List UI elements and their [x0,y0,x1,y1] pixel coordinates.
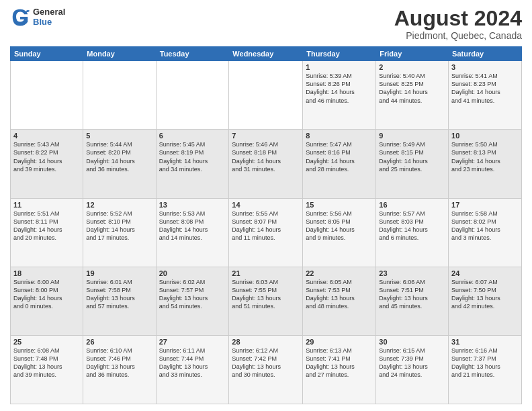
day-cell: 25Sunrise: 6:08 AM Sunset: 7:48 PM Dayli… [11,335,83,404]
day-info: Sunrise: 6:00 AM Sunset: 8:00 PM Dayligh… [13,278,80,311]
day-info: Sunrise: 5:55 AM Sunset: 8:07 PM Dayligh… [232,210,300,242]
day-cell: 3Sunrise: 5:41 AM Sunset: 8:23 PM Daylig… [449,61,522,130]
day-info: Sunrise: 6:10 AM Sunset: 7:46 PM Dayligh… [86,347,152,379]
day-cell: 12Sunrise: 5:52 AM Sunset: 8:10 PM Dayli… [83,198,156,267]
day-cell: 17Sunrise: 5:58 AM Sunset: 8:02 PM Dayli… [449,198,522,267]
day-cell [11,61,83,130]
logo-icon [10,7,30,27]
day-info: Sunrise: 6:16 AM Sunset: 7:37 PM Dayligh… [451,347,519,379]
day-number: 27 [159,338,226,346]
main-title: August 2024 [394,7,522,30]
day-info: Sunrise: 5:41 AM Sunset: 8:23 PM Dayligh… [451,72,519,105]
day-info: Sunrise: 6:07 AM Sunset: 7:50 PM Dayligh… [451,278,519,311]
day-info: Sunrise: 6:15 AM Sunset: 7:39 PM Dayligh… [379,347,445,379]
day-cell [83,61,156,130]
col-header-sunday: Sunday [11,47,83,61]
day-cell: 15Sunrise: 5:56 AM Sunset: 8:05 PM Dayli… [303,198,376,267]
subtitle: Piedmont, Quebec, Canada [394,30,522,41]
day-cell: 23Sunrise: 6:06 AM Sunset: 7:51 PM Dayli… [376,267,449,335]
logo-general: General [33,7,65,17]
header-row: SundayMondayTuesdayWednesdayThursdayFrid… [11,47,522,61]
day-info: Sunrise: 5:39 AM Sunset: 8:26 PM Dayligh… [306,72,373,105]
day-cell: 13Sunrise: 5:53 AM Sunset: 8:08 PM Dayli… [156,198,229,267]
day-number: 10 [451,132,519,140]
day-number: 6 [159,132,226,140]
day-cell: 10Sunrise: 5:50 AM Sunset: 8:13 PM Dayli… [449,130,522,198]
day-cell: 6Sunrise: 5:45 AM Sunset: 8:19 PM Daylig… [156,130,229,198]
day-cell: 31Sunrise: 6:16 AM Sunset: 7:37 PM Dayli… [449,335,522,404]
day-info: Sunrise: 5:50 AM Sunset: 8:13 PM Dayligh… [451,140,519,173]
day-info: Sunrise: 5:44 AM Sunset: 8:20 PM Dayligh… [86,140,152,173]
day-cell: 24Sunrise: 6:07 AM Sunset: 7:50 PM Dayli… [449,267,522,335]
day-cell: 20Sunrise: 6:02 AM Sunset: 7:57 PM Dayli… [156,267,229,335]
day-cell: 21Sunrise: 6:03 AM Sunset: 7:55 PM Dayli… [229,267,303,335]
day-cell: 11Sunrise: 5:51 AM Sunset: 8:11 PM Dayli… [11,198,83,267]
day-cell: 14Sunrise: 5:55 AM Sunset: 8:07 PM Dayli… [229,198,303,267]
day-number: 25 [13,338,80,346]
calendar-body: 1Sunrise: 5:39 AM Sunset: 8:26 PM Daylig… [11,61,522,404]
day-number: 30 [379,338,445,346]
day-number: 21 [232,269,300,277]
week-row-3: 11Sunrise: 5:51 AM Sunset: 8:11 PM Dayli… [11,198,522,267]
day-info: Sunrise: 5:47 AM Sunset: 8:16 PM Dayligh… [306,140,373,173]
day-number: 13 [159,201,226,209]
day-number: 26 [86,338,152,346]
col-header-friday: Friday [376,47,449,61]
day-info: Sunrise: 6:11 AM Sunset: 7:44 PM Dayligh… [159,347,226,379]
day-number: 28 [232,338,300,346]
day-number: 1 [306,63,373,71]
col-header-saturday: Saturday [449,47,522,61]
calendar: SundayMondayTuesdayWednesdayThursdayFrid… [10,46,522,404]
day-number: 12 [86,201,152,209]
day-cell: 29Sunrise: 6:13 AM Sunset: 7:41 PM Dayli… [303,335,376,404]
day-info: Sunrise: 6:03 AM Sunset: 7:55 PM Dayligh… [232,278,300,311]
day-number: 23 [379,269,445,277]
col-header-monday: Monday [83,47,156,61]
col-header-wednesday: Wednesday [229,47,303,61]
day-cell: 30Sunrise: 6:15 AM Sunset: 7:39 PM Dayli… [376,335,449,404]
day-cell: 16Sunrise: 5:57 AM Sunset: 8:03 PM Dayli… [376,198,449,267]
calendar-header: SundayMondayTuesdayWednesdayThursdayFrid… [11,47,522,61]
day-info: Sunrise: 6:05 AM Sunset: 7:53 PM Dayligh… [306,278,373,311]
day-info: Sunrise: 5:45 AM Sunset: 8:19 PM Dayligh… [159,140,226,173]
day-info: Sunrise: 6:01 AM Sunset: 7:58 PM Dayligh… [86,278,152,311]
day-info: Sunrise: 5:51 AM Sunset: 8:11 PM Dayligh… [13,210,80,242]
day-cell: 4Sunrise: 5:43 AM Sunset: 8:22 PM Daylig… [11,130,83,198]
day-number: 4 [13,132,80,140]
day-number: 15 [306,201,373,209]
day-number: 16 [379,201,445,209]
col-header-tuesday: Tuesday [156,47,229,61]
day-info: Sunrise: 5:58 AM Sunset: 8:02 PM Dayligh… [451,210,519,242]
col-header-thursday: Thursday [303,47,376,61]
logo-blue: Blue [33,17,65,27]
day-info: Sunrise: 5:57 AM Sunset: 8:03 PM Dayligh… [379,210,445,242]
day-cell: 5Sunrise: 5:44 AM Sunset: 8:20 PM Daylig… [83,130,156,198]
logo-text: General Blue [33,7,65,27]
day-info: Sunrise: 6:06 AM Sunset: 7:51 PM Dayligh… [379,278,445,311]
day-info: Sunrise: 5:53 AM Sunset: 8:08 PM Dayligh… [159,210,226,242]
day-cell: 28Sunrise: 6:12 AM Sunset: 7:42 PM Dayli… [229,335,303,404]
day-cell: 22Sunrise: 6:05 AM Sunset: 7:53 PM Dayli… [303,267,376,335]
logo: General Blue [10,7,65,27]
day-cell: 1Sunrise: 5:39 AM Sunset: 8:26 PM Daylig… [303,61,376,130]
day-number: 29 [306,338,373,346]
day-cell: 9Sunrise: 5:49 AM Sunset: 8:15 PM Daylig… [376,130,449,198]
day-number: 3 [451,63,519,71]
day-info: Sunrise: 5:56 AM Sunset: 8:05 PM Dayligh… [306,210,373,242]
day-info: Sunrise: 5:49 AM Sunset: 8:15 PM Dayligh… [379,140,445,173]
title-block: August 2024 Piedmont, Quebec, Canada [394,7,522,41]
header: General Blue August 2024 Piedmont, Quebe… [10,7,522,41]
day-number: 20 [159,269,226,277]
day-info: Sunrise: 5:43 AM Sunset: 8:22 PM Dayligh… [13,140,80,173]
day-info: Sunrise: 5:52 AM Sunset: 8:10 PM Dayligh… [86,210,152,242]
week-row-2: 4Sunrise: 5:43 AM Sunset: 8:22 PM Daylig… [11,130,522,198]
day-number: 19 [86,269,152,277]
day-cell: 2Sunrise: 5:40 AM Sunset: 8:25 PM Daylig… [376,61,449,130]
day-cell [229,61,303,130]
day-cell: 26Sunrise: 6:10 AM Sunset: 7:46 PM Dayli… [83,335,156,404]
day-number: 22 [306,269,373,277]
day-cell: 18Sunrise: 6:00 AM Sunset: 8:00 PM Dayli… [11,267,83,335]
day-number: 31 [451,338,519,346]
day-info: Sunrise: 6:02 AM Sunset: 7:57 PM Dayligh… [159,278,226,311]
day-number: 11 [13,201,80,209]
